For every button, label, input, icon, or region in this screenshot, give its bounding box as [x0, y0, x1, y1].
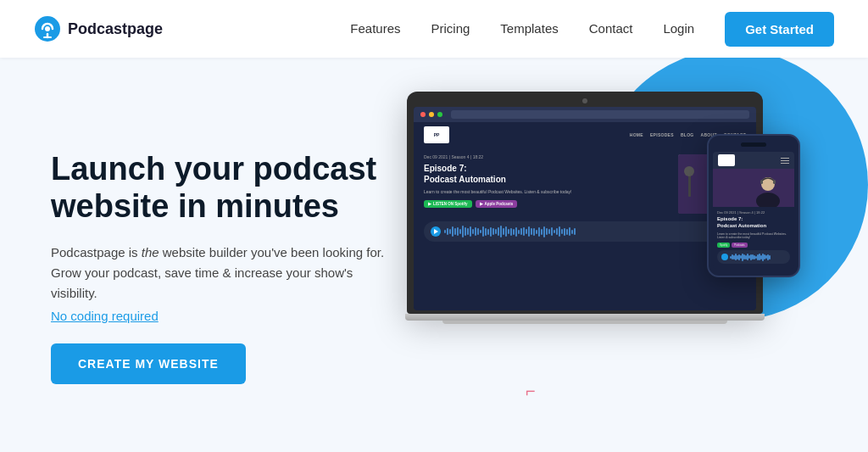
phone-body: Dec 09 2021 | Season 4 | 18:22 Episode 7…: [707, 134, 800, 277]
browser-dot-green: [437, 112, 442, 117]
phone-content: Dec 09 2021 | Season 4 | 18:22 Episode 7…: [713, 207, 794, 269]
phone-play-button: [721, 254, 728, 260]
browser-dot-yellow: [429, 112, 434, 117]
phone-notch: [741, 142, 766, 147]
logo-text: Podcastpage: [68, 20, 163, 38]
phone-person-silhouette: [713, 169, 794, 207]
nav-links: Features Pricing Templates Contact Login: [350, 21, 694, 36]
menu-line-3: [781, 163, 789, 164]
phone-ep-title: Episode 7:Podcast Automation: [717, 216, 790, 230]
podcast-site-logo: PP: [424, 126, 449, 143]
phone-menu-icon: [781, 158, 789, 164]
phone-screen: Dec 09 2021 | Season 4 | 18:22 Episode 7…: [713, 152, 794, 269]
play-button: [431, 226, 441, 237]
svg-point-11: [684, 166, 694, 176]
spotify-badge: ▶LISTEN ON Spotify: [424, 200, 472, 208]
hero-left: Launch your podcast website in minutes P…: [51, 151, 390, 383]
nav-pricing[interactable]: Pricing: [431, 21, 470, 36]
podcast-episode-desc: Learn to create the most beautiful Podca…: [424, 189, 671, 195]
svg-rect-12: [713, 169, 794, 207]
audio-player: [424, 221, 746, 242]
phone-spotify-badge: Spotify: [717, 243, 730, 248]
laptop-screen: PP HOME EPISODES BLOG ABOUT CONTACT Dec …: [414, 107, 756, 310]
no-coding-link[interactable]: No coding required: [51, 309, 390, 323]
phone-waveform: [730, 253, 786, 261]
hero-right: ✓ ⌐ PP: [390, 83, 817, 452]
podcast-text-column: Dec 09 2021 | Season 4 | 18:22 Episode 7…: [424, 154, 671, 215]
phone-mockup: Dec 09 2021 | Season 4 | 18:22 Episode 7…: [707, 134, 800, 277]
navbar: Podcastpage Features Pricing Templates C…: [0, 0, 868, 58]
podcast-episode-title: Episode 7:Podcast Automation: [424, 163, 671, 185]
svg-rect-15: [760, 180, 763, 184]
nav-login[interactable]: Login: [663, 21, 694, 36]
phone-host-image: [713, 169, 794, 207]
phone-site-logo: [718, 154, 735, 166]
audio-waveform: [444, 225, 739, 238]
get-started-button[interactable]: Get Started: [725, 12, 834, 47]
deco-corner-icon: ⌐: [526, 382, 536, 401]
menu-line-1: [781, 158, 789, 159]
phone-ep-label: Dec 09 2021 | Season 4 | 18:22: [717, 210, 790, 215]
hero-section: Launch your podcast website in minutes P…: [0, 58, 868, 452]
apple-podcasts-badge: ▶Apple Podcasts: [476, 200, 518, 208]
phone-apple-badge: Podcasts: [732, 243, 747, 248]
svg-rect-16: [773, 180, 776, 184]
podcast-meta: Dec 09 2021 | Season 4 | 18:22: [424, 154, 671, 159]
phone-ep-desc: Learn to create the most beautiful Podca…: [717, 232, 790, 241]
nav-templates[interactable]: Templates: [500, 21, 558, 36]
phone-nav-bar: [713, 152, 794, 169]
menu-line-2: [781, 160, 789, 161]
browser-address-bar: [451, 110, 749, 119]
svg-point-1: [45, 26, 50, 31]
phone-badges: Spotify Podcasts: [717, 243, 790, 248]
laptop-camera: [582, 98, 587, 103]
browser-bar: [414, 107, 756, 122]
podcast-content: Dec 09 2021 | Season 4 | 18:22 Episode 7…: [414, 148, 756, 221]
nav-contact[interactable]: Contact: [589, 21, 633, 36]
phone-audio-player: [717, 250, 790, 264]
laptop-base: [405, 314, 765, 321]
create-website-button[interactable]: CREATE MY WEBSITE: [51, 343, 246, 384]
hero-title: Launch your podcast website in minutes: [51, 151, 390, 225]
hero-description: Podcastpage is the website builder you'v…: [51, 243, 390, 304]
nav-features[interactable]: Features: [350, 21, 400, 36]
logo-icon: [34, 15, 61, 42]
browser-dot-red: [420, 112, 426, 117]
podcast-badges: ▶LISTEN ON Spotify ▶Apple Podcasts: [424, 200, 671, 208]
podcast-site-nav: PP HOME EPISODES BLOG ABOUT CONTACT: [414, 122, 756, 148]
phone-episode-image: [713, 169, 794, 207]
logo[interactable]: Podcastpage: [34, 15, 163, 42]
laptop-foot: [442, 321, 727, 324]
